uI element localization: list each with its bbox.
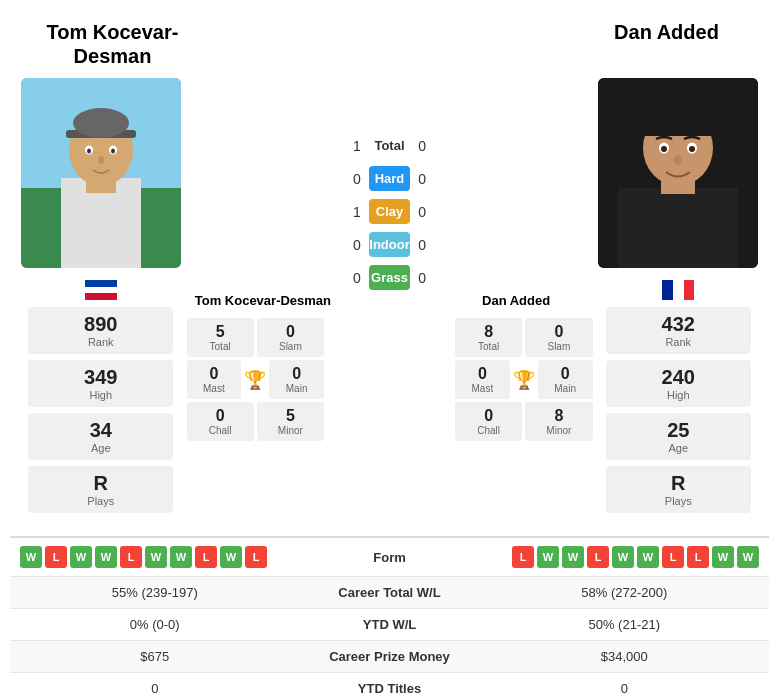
left-rank-label: Rank [43,336,158,348]
clay-score-row: 1 Clay 0 [344,199,434,224]
left-mast-row: 0 Mast 🏆 0 Main [187,360,325,399]
stats-center-label: YTD Titles [290,681,490,696]
right-age-label: Age [621,442,736,454]
left-total-val: 5 [192,323,249,341]
stats-right-val: $34,000 [490,649,760,664]
total-label: Total [369,133,409,158]
left-stats-4cell: 5 Total 0 Slam [187,318,325,357]
left-chall-val: 0 [192,407,249,425]
form-row: WLWWLWWLWL Form LWWLWWLLWW [10,538,769,577]
right-form-results: LWWLWWLLWW [450,546,760,568]
left-plays-box: R Plays [28,466,173,513]
slovenia-flag [85,280,117,300]
stats-right-val: 58% (272-200) [490,585,760,600]
right-high-value: 240 [621,366,736,389]
right-rank-box: 432 Rank [606,307,751,354]
right-age-value: 25 [621,419,736,442]
main-container: Tom Kocevar-Desman Dan Added [0,0,779,699]
left-rank-box: 890 Rank [28,307,173,354]
stats-row: 0% (0-0)YTD W/L50% (21-21) [10,609,769,641]
stats-left-val: 0 [20,681,290,696]
right-slam-lbl: Slam [530,341,587,352]
left-form-results: WLWWLWWLWL [20,546,330,568]
left-chall-row: 0 Chall 5 Minor [187,402,325,441]
clay-surface-btn: Clay [369,199,409,224]
left-slam-val: 0 [262,323,319,341]
left-total-lbl: Total [192,341,249,352]
left-minor-cell: 5 Minor [257,402,324,441]
form-badge-left: W [70,546,92,568]
svg-point-9 [87,149,91,154]
left-chall-cell: 0 Chall [187,402,254,441]
right-main-cell: 0 Main [538,360,593,399]
left-mast-val: 0 [192,365,237,383]
stats-row: $675Career Prize Money$34,000 [10,641,769,673]
left-plays-label: Plays [43,495,158,507]
form-badge-right: L [687,546,709,568]
right-minor-lbl: Minor [530,425,587,436]
svg-rect-13 [618,188,738,268]
left-indoor-score: 0 [344,237,369,253]
match-names-row: Tom Kocevar-Desman Dan Added [10,10,769,68]
right-chall-lbl: Chall [460,425,517,436]
left-main-val: 0 [274,365,319,383]
form-badge-right: W [637,546,659,568]
left-plays-value: R [43,472,158,495]
left-age-label: Age [43,442,158,454]
form-badge-left: W [145,546,167,568]
right-chall-val: 0 [460,407,517,425]
right-age-box: 25 Age [606,413,751,460]
right-minor-cell: 8 Minor [525,402,592,441]
stats-left-val: 0% (0-0) [20,617,290,632]
form-badge-left: W [20,546,42,568]
stats-left-val: $675 [20,649,290,664]
player-full-section: 890 Rank 349 High 34 Age R Plays [10,68,769,526]
form-badge-left: L [45,546,67,568]
right-total-lbl: Total [460,341,517,352]
form-badge-right: W [712,546,734,568]
stats-row: 0YTD Titles0 [10,673,769,699]
grass-surface-btn: Grass [369,265,409,290]
form-badge-left: W [220,546,242,568]
form-badge-left: W [95,546,117,568]
left-trophy-icon: 🏆 [244,369,266,391]
stats-center-label: Career Total W/L [290,585,490,600]
stats-row: 55% (239-197)Career Total W/L58% (272-20… [10,577,769,609]
right-player-info: 432 Rank 240 High 25 Age R Plays [598,276,760,516]
left-slam-lbl: Slam [262,341,319,352]
form-badge-left: W [170,546,192,568]
right-mast-row: 0 Mast 🏆 0 Main [455,360,593,399]
left-main-cell: 0 Main [269,360,324,399]
form-badge-right: W [562,546,584,568]
left-chall-lbl: Chall [192,425,249,436]
left-minor-val: 5 [262,407,319,425]
hard-surface-btn: Hard [369,166,409,191]
form-badge-right: L [662,546,684,568]
right-slam-cell: 0 Slam [525,318,592,357]
svg-point-10 [111,149,115,154]
right-wl-stats: Dan Added 8 Total 0 Slam 0 Mast 🏆 0 [435,78,598,446]
form-badge-left: L [120,546,142,568]
bottom-section: WLWWLWWLWL Form LWWLWWLLWW 55% (239-197)… [10,536,769,699]
stats-right-val: 50% (21-21) [490,617,760,632]
left-high-box: 349 High [28,360,173,407]
right-indoor-score: 0 [410,237,435,253]
form-badge-right: L [587,546,609,568]
france-flag [662,280,694,300]
right-minor-val: 8 [530,407,587,425]
right-high-label: High [621,389,736,401]
left-age-box: 34 Age [28,413,173,460]
form-badge-left: L [195,546,217,568]
right-flag [662,280,694,300]
center-match-block: 1 Total 0 0 Hard 0 1 Clay 0 0 Indoor 0 0 [344,78,434,294]
stats-left-val: 55% (239-197) [20,585,290,600]
left-wl-stats: Tom Kocevar-Desman 5 Total 0 Slam 0 Mast… [182,78,345,446]
svg-point-20 [661,146,667,152]
form-badge-right: L [512,546,534,568]
right-hard-score: 0 [410,171,435,187]
svg-point-11 [98,156,104,164]
right-player-block: 432 Rank 240 High 25 Age R Plays [598,78,760,516]
left-total-cell: 5 Total [187,318,254,357]
left-rank-value: 890 [43,313,158,336]
right-rank-value: 432 [621,313,736,336]
